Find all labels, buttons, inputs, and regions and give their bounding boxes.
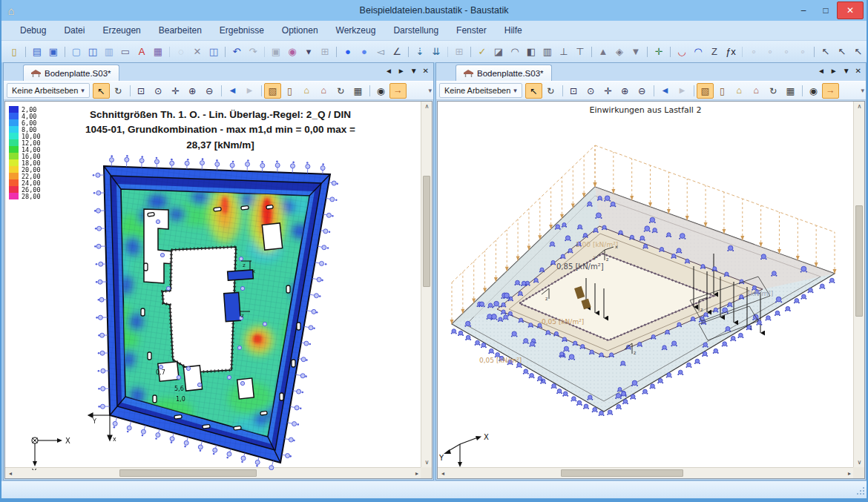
cursor-measure-icon[interactable]: ↖ <box>818 44 834 60</box>
tab-bodenplatte[interactable]: Bodenplatte.S03* <box>23 65 119 81</box>
axis-tool-icon[interactable]: ✛ <box>651 44 667 60</box>
view-3d-icon[interactable]: ▧ <box>264 83 281 99</box>
pick-level-icon[interactable]: ⇊ <box>428 44 444 60</box>
menu-item[interactable]: Erzeugen <box>94 22 148 39</box>
select-cursor-icon[interactable]: ↖ <box>525 83 542 99</box>
select-cursor-icon[interactable]: ↖ <box>93 83 110 99</box>
menu-item[interactable]: Fenster <box>448 22 495 39</box>
open-project-icon[interactable]: ▤ <box>29 44 45 60</box>
view-forward-icon[interactable]: ► <box>241 83 258 99</box>
measure-angle-icon[interactable]: ∠ <box>389 44 405 60</box>
menu-item[interactable]: Datei <box>56 22 93 39</box>
new-document-icon[interactable]: ▯ <box>6 44 22 60</box>
support-roller-icon[interactable]: ⊤ <box>572 44 588 60</box>
snap-mid-icon[interactable]: ∘ <box>778 44 795 60</box>
sphere-pick-icon[interactable]: ● <box>356 44 372 60</box>
menu-item[interactable]: Bearbeiten <box>151 22 210 39</box>
close-button[interactable]: ✕ <box>837 1 864 19</box>
tab-prev-button[interactable]: ◄ <box>818 66 825 76</box>
view-load-icon[interactable]: ⌂ <box>315 83 332 99</box>
view-load-icon[interactable]: ⌂ <box>748 83 765 99</box>
print-preview-icon[interactable]: ◫ <box>85 44 101 60</box>
lasso-select-icon[interactable]: ◌ <box>173 44 189 60</box>
page-layout-icon[interactable]: ▥ <box>101 44 117 60</box>
view-forward-icon[interactable]: ► <box>674 83 691 99</box>
scroll-left-arrow[interactable]: ◂ <box>7 470 14 477</box>
zoom-window-icon[interactable]: ⊡ <box>133 83 150 99</box>
tab-bodenplatte[interactable]: Bodenplatte.S03* <box>456 65 552 81</box>
pan-icon[interactable]: ✛ <box>167 83 184 99</box>
save-icon[interactable]: ▣ <box>45 44 62 60</box>
slab-lower-icon[interactable]: ▼ <box>628 44 644 60</box>
resize-grip[interactable] <box>855 487 864 496</box>
window-properties-icon[interactable]: ▣ <box>268 44 284 60</box>
zoom-dynamic-icon[interactable]: ⊙ <box>150 83 167 99</box>
scroll-thumb[interactable] <box>423 176 430 287</box>
accept-check-icon[interactable]: ✓ <box>474 44 490 60</box>
bend-beam-icon[interactable]: ◠ <box>507 44 523 60</box>
tab-menu-button[interactable]: ▼ <box>843 66 850 76</box>
menu-item[interactable]: Optionen <box>274 22 326 39</box>
animate-icon[interactable]: → <box>389 83 407 99</box>
scroll-thumb[interactable] <box>561 469 683 477</box>
snap-node-icon[interactable]: ∘ <box>746 44 762 60</box>
snap-grid-icon[interactable]: ∘ <box>762 44 778 60</box>
toolbar-overflow-button[interactable]: ▾ <box>861 87 864 94</box>
zoom-window-icon[interactable]: ⊡ <box>565 83 582 99</box>
view-back-icon[interactable]: ◄ <box>657 83 674 99</box>
menu-item[interactable]: Werkzeug <box>328 22 384 39</box>
redo-icon[interactable]: ↷ <box>245 44 261 60</box>
scroll-thumb[interactable] <box>119 469 257 477</box>
zoom-dynamic-icon[interactable]: ⊙ <box>582 83 599 99</box>
support-fixed-icon[interactable]: ⊥ <box>556 44 572 60</box>
scroll-thumb[interactable] <box>855 205 863 317</box>
cursor-object-icon[interactable]: ↖ <box>850 44 867 60</box>
scroll-right-arrow[interactable]: ▸ <box>846 470 853 477</box>
sphere-render-icon[interactable]: ● <box>340 44 356 60</box>
snapshot-icon[interactable]: ◉ <box>372 83 389 99</box>
menu-item[interactable]: Ergebnisse <box>211 22 272 39</box>
tab-next-button[interactable]: ► <box>830 66 838 76</box>
pan-icon[interactable]: ✛ <box>599 83 617 99</box>
export-pdf-icon[interactable]: A <box>134 44 150 60</box>
rotate-select-icon[interactable]: ↻ <box>110 83 127 99</box>
pick-load-icon[interactable]: ⇣ <box>412 44 428 60</box>
cursor-coords-icon[interactable]: ↖ <box>834 44 850 60</box>
view-rotate-icon[interactable]: ↻ <box>765 83 782 99</box>
tab-close-button[interactable]: ✕ <box>855 66 861 76</box>
slab-raise-icon[interactable]: ▲ <box>595 44 611 60</box>
view-rotate-icon[interactable]: ↻ <box>332 83 349 99</box>
right-canvas[interactable]: Einwirkungen aus Lastfall 2 <box>437 101 865 479</box>
render-settings-icon[interactable]: ◉ <box>284 44 300 60</box>
send-view-icon[interactable]: ⊞ <box>317 44 333 60</box>
zoom-out-icon[interactable]: ⊖ <box>201 83 218 99</box>
menu-item[interactable]: Hilfe <box>496 22 530 39</box>
view-grid-icon[interactable]: ▦ <box>782 83 799 99</box>
moment-diagram-icon[interactable]: ◡ <box>674 44 690 60</box>
view-grid-icon[interactable]: ▦ <box>349 83 366 99</box>
zoom-in-icon[interactable]: ⊕ <box>184 83 201 99</box>
function-fx-icon[interactable]: ƒx <box>723 44 739 60</box>
tab-menu-button[interactable]: ▼ <box>410 66 418 76</box>
view-home-icon[interactable]: ⌂ <box>731 83 748 99</box>
view-back-icon[interactable]: ◄ <box>224 83 241 99</box>
scroll-left-arrow[interactable]: ◂ <box>439 470 447 477</box>
column-section-icon[interactable]: ▥ <box>539 44 556 60</box>
tab-next-button[interactable]: ► <box>398 66 405 76</box>
scroll-right-arrow[interactable]: ▸ <box>413 470 421 477</box>
export-drawing-icon[interactable]: ▢ <box>68 44 85 60</box>
extrude-beam-icon[interactable]: ◪ <box>490 44 507 60</box>
export-image-icon[interactable]: ▦ <box>150 44 166 60</box>
view-section-icon[interactable]: ▯ <box>281 83 298 99</box>
zoom-out-icon[interactable]: ⊖ <box>634 83 651 99</box>
snap-intersection-icon[interactable]: ∘ <box>795 44 811 60</box>
zoom-in-icon[interactable]: ⊕ <box>617 83 634 99</box>
z-section-icon[interactable]: Z <box>706 44 723 60</box>
view-3d-icon[interactable]: ▧ <box>697 83 714 99</box>
menu-item[interactable]: Darstellung <box>385 22 447 39</box>
maximize-button[interactable]: □ <box>815 2 837 19</box>
animate-icon[interactable]: → <box>822 83 839 99</box>
left-canvas[interactable]: 2,00 4,00 6,00 8,00 10,00 <box>4 101 433 479</box>
view-section-icon[interactable]: ▯ <box>714 83 731 99</box>
workplane-combo[interactable]: Keine Arbeitseben ▾ <box>7 83 90 98</box>
